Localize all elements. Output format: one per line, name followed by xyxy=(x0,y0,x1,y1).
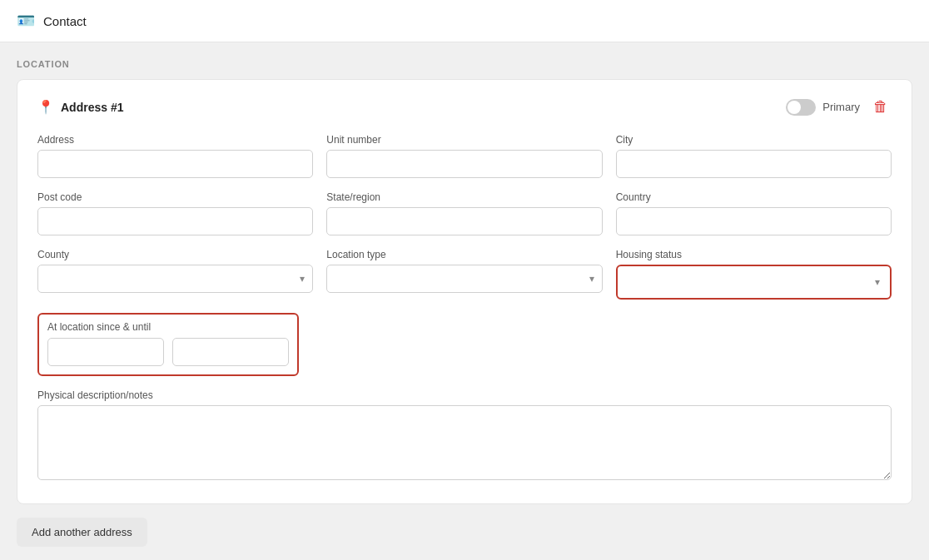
row-3: County ▾ Location type ▾ Housing status xyxy=(37,249,892,300)
card-header: 📍 Address #1 Primary 🗑 xyxy=(37,97,892,117)
housing-status-label: Housing status xyxy=(616,249,892,260)
post-code-group: Post code xyxy=(37,191,313,235)
header-title: Contact xyxy=(43,14,87,28)
county-select[interactable] xyxy=(37,265,313,293)
contact-icon: 🪪 xyxy=(17,12,35,30)
row-2: Post code State/region Country xyxy=(37,191,892,235)
county-select-wrapper: ▾ xyxy=(37,265,313,293)
notes-label: Physical description/notes xyxy=(37,389,892,401)
county-label: County xyxy=(37,249,313,260)
at-location-label: At location since & until xyxy=(47,321,289,333)
add-address-button[interactable]: Add another address xyxy=(17,518,147,547)
primary-label: Primary xyxy=(822,101,860,113)
state-region-input[interactable] xyxy=(326,207,602,235)
address-label: Address xyxy=(37,134,313,146)
card-actions: Primary 🗑 xyxy=(786,97,892,117)
housing-status-group: Housing status ▾ xyxy=(616,249,892,300)
state-region-group: State/region xyxy=(326,191,602,235)
post-code-label: Post code xyxy=(37,191,313,203)
address-group: Address xyxy=(37,134,313,178)
housing-status-highlight: ▾ xyxy=(616,265,892,300)
country-group: Country xyxy=(616,191,892,235)
city-label: City xyxy=(616,134,892,146)
housing-status-select-wrapper: ▾ xyxy=(619,268,888,296)
location-type-label: Location type xyxy=(326,249,602,260)
at-location-highlight: At location since & until xyxy=(37,313,299,376)
address-input[interactable] xyxy=(37,150,313,178)
housing-status-select[interactable] xyxy=(619,268,888,296)
at-location-since-input[interactable] xyxy=(47,338,164,366)
country-input[interactable] xyxy=(616,207,892,235)
at-location-inputs xyxy=(47,338,289,366)
add-address-label: Add another address xyxy=(32,526,132,538)
county-group: County ▾ xyxy=(37,249,313,300)
city-input[interactable] xyxy=(616,150,892,178)
at-location-section: At location since & until xyxy=(37,313,892,376)
row-1: Address Unit number City xyxy=(37,134,892,178)
state-region-label: State/region xyxy=(326,191,602,203)
post-code-input[interactable] xyxy=(37,207,313,235)
country-label: Country xyxy=(616,191,892,203)
delete-address-button[interactable]: 🗑 xyxy=(870,97,892,117)
location-type-select[interactable] xyxy=(326,265,602,293)
location-type-select-wrapper: ▾ xyxy=(326,265,602,293)
address-card: 📍 Address #1 Primary 🗑 Address Unit numb… xyxy=(17,79,912,504)
notes-section: Physical description/notes xyxy=(37,389,892,483)
section-label: LOCATION xyxy=(17,59,912,69)
page-content: LOCATION 📍 Address #1 Primary 🗑 Address xyxy=(0,42,929,560)
primary-toggle[interactable] xyxy=(786,99,816,116)
unit-number-label: Unit number xyxy=(326,134,602,146)
card-title: Address #1 xyxy=(61,101,123,114)
header: 🪪 Contact xyxy=(0,0,929,42)
location-pin-icon: 📍 xyxy=(37,99,54,115)
card-title-group: 📍 Address #1 xyxy=(37,99,123,115)
unit-number-input[interactable] xyxy=(326,150,602,178)
primary-toggle-group: Primary xyxy=(786,99,860,116)
unit-number-group: Unit number xyxy=(326,134,602,178)
location-type-group: Location type ▾ xyxy=(326,249,602,300)
at-location-until-input[interactable] xyxy=(172,338,289,366)
notes-textarea[interactable] xyxy=(37,405,892,480)
city-group: City xyxy=(616,134,892,178)
